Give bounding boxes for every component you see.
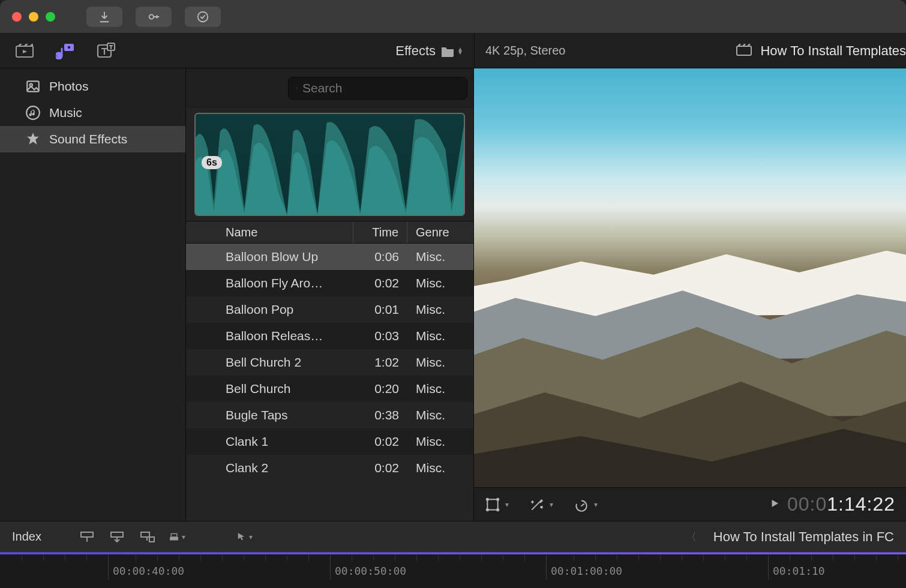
svg-rect-29 bbox=[141, 532, 149, 537]
cell-name: Clank 1 bbox=[220, 428, 353, 455]
sidebar-item-label: Photos bbox=[49, 79, 88, 94]
import-button[interactable] bbox=[86, 7, 122, 27]
table-row[interactable]: Balloon Releas…0:03Misc. bbox=[186, 323, 473, 349]
svg-rect-32 bbox=[171, 533, 177, 537]
table-row[interactable]: Clank 20:02Misc. bbox=[186, 455, 473, 481]
close-window-button[interactable] bbox=[12, 12, 22, 22]
svg-rect-28 bbox=[111, 532, 123, 537]
cell-genre: Misc. bbox=[407, 428, 473, 455]
chevron-down-icon: ▾ bbox=[550, 500, 553, 509]
library-tab-audio[interactable] bbox=[55, 42, 76, 60]
chevron-down-icon: ▾ bbox=[594, 500, 598, 509]
cell-name: Balloon Blow Up bbox=[220, 244, 353, 270]
table-row[interactable]: Clank 10:02Misc. bbox=[186, 428, 473, 455]
sidebar-item-photos[interactable]: Photos bbox=[0, 73, 185, 100]
cell-genre: Misc. bbox=[407, 455, 473, 481]
cell-name: Balloon Releas… bbox=[220, 323, 353, 349]
sidebar-item-label: Music bbox=[49, 106, 82, 120]
cell-time: 0:20 bbox=[353, 376, 407, 402]
minimize-window-button[interactable] bbox=[29, 12, 38, 22]
svg-point-5 bbox=[68, 46, 70, 48]
keyword-button[interactable] bbox=[136, 7, 172, 27]
cell-name: Balloon Fly Aro… bbox=[220, 270, 353, 296]
library-tab-clips[interactable] bbox=[14, 42, 35, 60]
search-icon bbox=[296, 82, 298, 94]
svg-marker-3 bbox=[23, 50, 27, 53]
search-input[interactable] bbox=[302, 81, 460, 95]
table-row[interactable]: Bugle Taps0:38Misc. bbox=[186, 402, 473, 428]
index-button[interactable]: Index bbox=[12, 530, 41, 544]
retime-tool-button[interactable]: ▾ bbox=[574, 497, 598, 512]
cell-genre: Misc. bbox=[407, 270, 473, 296]
sound-effects-icon bbox=[25, 131, 41, 147]
sidebar-item-label: Sound Effects bbox=[49, 132, 127, 146]
music-icon bbox=[25, 105, 41, 121]
insert-clip-button[interactable] bbox=[109, 530, 125, 544]
audio-waveform-preview[interactable]: 6s bbox=[194, 113, 465, 216]
cell-time: 0:06 bbox=[353, 244, 407, 270]
svg-point-23 bbox=[487, 509, 488, 511]
svg-rect-27 bbox=[81, 532, 93, 537]
viewer-video[interactable] bbox=[474, 68, 906, 487]
cell-name: Bugle Taps bbox=[220, 402, 353, 428]
waveform-duration-badge: 6s bbox=[202, 156, 222, 169]
svg-point-21 bbox=[487, 498, 488, 500]
project-name: How To Install Templates in FC bbox=[713, 529, 894, 545]
table-row[interactable]: Bell Church0:20Misc. bbox=[186, 376, 473, 402]
search-field[interactable] bbox=[288, 77, 467, 100]
svg-point-0 bbox=[149, 14, 154, 19]
cell-name: Bell Church 2 bbox=[220, 349, 353, 376]
cell-time: 0:38 bbox=[353, 402, 407, 428]
cell-genre: Misc. bbox=[407, 349, 473, 376]
select-tool-button[interactable]: ▾ bbox=[236, 530, 253, 544]
ruler-label: 00:01:00:00 bbox=[551, 565, 622, 577]
cell-time: 0:02 bbox=[353, 270, 407, 296]
cell-genre: Misc. bbox=[407, 402, 473, 428]
table-row[interactable]: Balloon Fly Aro…0:02Misc. bbox=[186, 270, 473, 296]
timeline-ruler[interactable]: 00:00:40:0000:00:50:0000:01:00:0000:01:1… bbox=[0, 552, 906, 588]
ruler-label: 00:00:50:00 bbox=[335, 565, 406, 577]
sidebar-item-music[interactable]: Music bbox=[0, 100, 185, 126]
header-bar: Effects ▲▼ 4K 25p, Stereo How To Install… bbox=[0, 34, 906, 68]
svg-point-25 bbox=[541, 506, 542, 508]
main-area: Photos Music Sound Effects bbox=[0, 68, 906, 521]
cell-name: Bell Church bbox=[220, 376, 353, 402]
viewer-toolbar: ▾ ▾ ▾ 00:01:14:22 bbox=[474, 487, 906, 521]
viewer-title: How To Install Templates bbox=[760, 43, 906, 59]
cell-name: Clank 2 bbox=[220, 455, 353, 481]
append-clip-button[interactable] bbox=[139, 530, 155, 544]
table-row[interactable]: Balloon Pop0:01Misc. bbox=[186, 296, 473, 323]
window-titlebar bbox=[0, 0, 906, 34]
svg-point-22 bbox=[497, 498, 499, 500]
cell-genre: Misc. bbox=[407, 244, 473, 270]
ruler-label: 00:01:10 bbox=[773, 565, 825, 577]
svg-marker-13 bbox=[27, 133, 39, 145]
transform-tool-button[interactable]: ▾ bbox=[485, 497, 509, 512]
table-row[interactable]: Balloon Blow Up0:06Misc. bbox=[186, 244, 473, 270]
viewer-panel: ▾ ▾ ▾ 00:01:14:22 bbox=[474, 68, 906, 521]
background-tasks-button[interactable] bbox=[185, 7, 221, 27]
cell-genre: Misc. bbox=[407, 296, 473, 323]
svg-rect-20 bbox=[487, 499, 497, 509]
column-header-genre[interactable]: Genre bbox=[407, 221, 473, 243]
library-tab-titles[interactable] bbox=[96, 42, 116, 60]
svg-rect-30 bbox=[149, 537, 154, 542]
svg-rect-9 bbox=[737, 46, 751, 55]
connect-clip-button[interactable] bbox=[79, 530, 95, 544]
table-row[interactable]: Bell Church 21:02Misc. bbox=[186, 349, 473, 376]
svg-point-1 bbox=[198, 11, 208, 22]
maximize-window-button[interactable] bbox=[46, 12, 55, 22]
cell-time: 0:02 bbox=[353, 428, 407, 455]
chevron-updown-icon: ▲▼ bbox=[457, 47, 463, 55]
overwrite-clip-button[interactable]: ▾ bbox=[169, 530, 185, 544]
sidebar-item-sound-effects[interactable]: Sound Effects bbox=[0, 126, 185, 152]
browser-selector-popup[interactable]: ▲▼ bbox=[440, 45, 463, 57]
svg-rect-31 bbox=[170, 537, 178, 541]
play-button[interactable] bbox=[769, 498, 780, 511]
enhance-tool-button[interactable]: ▾ bbox=[529, 497, 553, 512]
timeline-back-button[interactable]: 〈 bbox=[686, 530, 697, 544]
column-header-time[interactable]: Time bbox=[353, 221, 407, 243]
column-header-name[interactable]: Name bbox=[220, 221, 353, 243]
photos-icon bbox=[25, 79, 41, 94]
cell-time: 1:02 bbox=[353, 349, 407, 376]
